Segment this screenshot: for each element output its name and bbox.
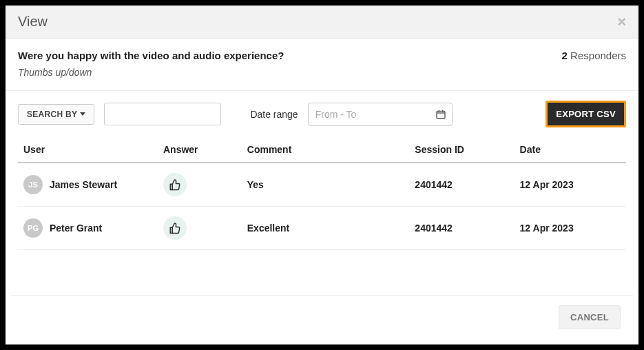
date-range-field[interactable] <box>314 108 435 121</box>
svg-rect-0 <box>437 111 445 119</box>
col-header-answer: Answer <box>158 137 242 163</box>
close-icon[interactable]: × <box>617 14 626 30</box>
col-header-user: User <box>18 137 158 163</box>
calendar-icon <box>435 109 446 120</box>
col-header-comment: Comment <box>242 137 410 163</box>
date-cell: 12 Apr 2023 <box>515 163 626 207</box>
user-name: James Stewart <box>50 179 117 190</box>
toolbar: SEARCH BY Date range EXPORT CSV <box>18 91 626 133</box>
search-by-dropdown[interactable]: SEARCH BY <box>18 104 94 125</box>
responders-label: Responders <box>570 50 626 61</box>
search-input[interactable] <box>104 103 221 125</box>
thumbs-up-icon <box>169 178 181 191</box>
table-header-row: User Answer Comment Session ID Date <box>18 137 626 163</box>
modal-footer: CANCEL <box>11 295 633 339</box>
user-cell: JS James Stewart <box>23 175 152 194</box>
session-id-cell: 2401442 <box>409 163 514 207</box>
modal-body: Were you happy with the video and audio … <box>6 39 638 250</box>
question-subtitle: Thumbs up/down <box>18 67 626 78</box>
session-id-cell: 2401442 <box>409 207 514 250</box>
date-range-input[interactable] <box>308 103 453 126</box>
table-row: PG Peter Grant Excellen <box>18 207 626 250</box>
date-cell: 12 Apr 2023 <box>515 207 626 250</box>
question-text: Were you happy with the video and audio … <box>18 50 284 61</box>
col-header-date: Date <box>515 137 626 163</box>
responders-number: 2 <box>562 50 568 61</box>
responders-count: 2 Responders <box>562 50 626 61</box>
table-row: JS James Stewart Yes <box>18 163 626 207</box>
export-csv-highlight: EXPORT CSV <box>546 101 626 127</box>
user-cell: PG Peter Grant <box>23 218 152 238</box>
responses-table: User Answer Comment Session ID Date JS J… <box>18 137 626 250</box>
comment-cell: Yes <box>242 163 410 207</box>
comment-cell: Excellent <box>242 207 410 250</box>
thumbs-up-icon <box>169 222 181 234</box>
question-row: Were you happy with the video and audio … <box>18 50 626 61</box>
col-header-session: Session ID <box>409 137 514 163</box>
answer-badge <box>163 173 187 196</box>
avatar: JS <box>23 175 43 194</box>
answer-badge <box>163 216 187 240</box>
export-csv-button[interactable]: EXPORT CSV <box>548 103 624 125</box>
cancel-button[interactable]: CANCEL <box>559 305 621 329</box>
avatar: PG <box>23 218 43 238</box>
search-by-label: SEARCH BY <box>27 110 77 119</box>
date-range-label: Date range <box>250 109 298 120</box>
user-name: Peter Grant <box>50 223 102 234</box>
chevron-down-icon <box>80 112 85 116</box>
modal-dialog: View × Were you happy with the video and… <box>0 0 644 350</box>
modal-header: View × <box>6 6 638 39</box>
modal-title: View <box>18 14 48 30</box>
